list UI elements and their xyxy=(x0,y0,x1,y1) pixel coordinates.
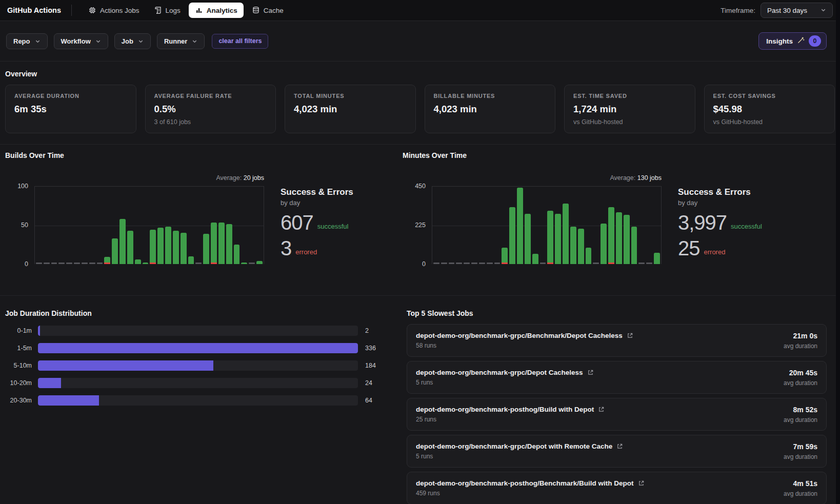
job-avg-label: avg duration xyxy=(784,453,817,460)
zero-day-dash xyxy=(464,263,470,264)
job-row[interactable]: depot-demo-org/benchmark-grpc/Benchmark/… xyxy=(407,324,827,357)
builds-y-axis: 100 50 0 xyxy=(5,186,34,264)
bar-day-14 xyxy=(135,259,141,264)
y-tick: 0 xyxy=(422,260,426,268)
bar-day-13 xyxy=(127,231,133,264)
external-link-icon[interactable] xyxy=(598,406,605,413)
bar-day-23 xyxy=(203,234,209,264)
external-link-icon[interactable] xyxy=(587,369,594,376)
bar-track xyxy=(38,360,358,371)
job-duration: 8m 52s xyxy=(784,406,817,414)
database-icon xyxy=(252,6,260,14)
zero-day-dash xyxy=(82,263,88,264)
insights-button[interactable]: Insights 0 xyxy=(758,32,827,50)
bar-chart-icon xyxy=(195,6,203,14)
distribution-title: Job Duration Distribution xyxy=(4,296,388,317)
bucket-count: 336 xyxy=(365,345,388,352)
job-duration: 21m 0s xyxy=(784,332,817,340)
repo-filter-dropdown[interactable]: Repo xyxy=(6,33,48,49)
stats-heading: Success & Errors xyxy=(281,187,398,197)
job-name-link[interactable]: depot-demo-org/benchmark-grpc/Benchmark/… xyxy=(416,332,623,339)
builds-over-time-panel: Builds Over Time Average: 20 jobs 100 50… xyxy=(0,145,397,295)
job-row[interactable]: depot-demo-org/benchmark-grpc/Depot Cach… xyxy=(407,361,827,394)
chevron-down-icon xyxy=(35,38,41,44)
clear-all-filters-button[interactable]: clear all filters xyxy=(212,34,268,49)
metric-card-est-cost-savings: EST. COST SAVINGS $45.98 vs GitHub-hoste… xyxy=(704,85,835,133)
average-value: 130 jobs xyxy=(637,174,662,182)
metric-value: 4,023 min xyxy=(294,104,407,115)
bar-day-2 xyxy=(44,263,50,264)
error-count: 3 xyxy=(281,238,291,258)
overview-title: Overview xyxy=(5,62,835,78)
external-link-icon[interactable] xyxy=(616,443,623,450)
chevron-down-icon xyxy=(95,38,101,44)
job-name-link[interactable]: depot-demo-org/benchmark-grpc/Depot Cach… xyxy=(416,369,583,376)
job-filter-dropdown[interactable]: Job xyxy=(114,33,151,49)
error-bar-segment xyxy=(104,263,110,264)
zero-day-dash xyxy=(593,263,599,264)
bar-day-8 xyxy=(487,263,493,264)
success-bar-segment xyxy=(631,227,637,264)
stats-subheading: by day xyxy=(678,199,796,207)
bucket-label: 1-5m xyxy=(4,345,32,352)
bar-day-11 xyxy=(112,238,118,264)
timeframe-select[interactable]: Past 30 days xyxy=(761,3,833,18)
tab-logs[interactable]: Logs xyxy=(148,3,187,18)
distribution-row: 20-30m 64 xyxy=(4,395,388,406)
bar-track xyxy=(38,326,358,336)
zero-day-dash xyxy=(195,263,202,264)
runner-filter-dropdown[interactable]: Runner xyxy=(157,33,205,49)
zero-day-dash xyxy=(89,263,95,264)
scrollbar[interactable] xyxy=(836,0,840,504)
bar-day-28 xyxy=(638,263,645,264)
job-name-link[interactable]: depot-demo-org/benchmark-posthog/Benchma… xyxy=(416,479,634,487)
bottom-section: Job Duration Distribution 0-1m 2 1-5m 33… xyxy=(0,296,840,504)
job-row[interactable]: depot-demo-org/benchmark-grpc/Depot with… xyxy=(407,435,827,468)
job-row[interactable]: depot-demo-org/benchmark-posthog/Benchma… xyxy=(407,472,827,504)
cpu-icon xyxy=(88,6,96,14)
insights-label: Insights xyxy=(766,37,793,45)
bucket-label: 0-1m xyxy=(4,327,32,334)
bar-day-20 xyxy=(578,229,584,264)
success-bar-segment xyxy=(150,230,156,263)
zero-day-dash xyxy=(479,263,485,264)
bar-fill xyxy=(38,360,213,371)
tab-analytics[interactable]: Analytics xyxy=(189,3,244,18)
external-link-icon[interactable] xyxy=(638,480,645,487)
job-runs: 25 runs xyxy=(416,416,605,423)
y-tick: 225 xyxy=(415,221,426,229)
zero-day-dash xyxy=(638,263,645,264)
job-name-link[interactable]: depot-demo-org/benchmark-posthog/Build w… xyxy=(416,406,594,413)
top-nav: GitHub Actions Actions Jobs Logs xyxy=(0,0,840,21)
job-name-link[interactable]: depot-demo-org/benchmark-grpc/Depot with… xyxy=(416,442,612,450)
distribution-row: 10-20m 24 xyxy=(4,378,388,388)
external-link-icon[interactable] xyxy=(627,332,633,339)
bar-day-19 xyxy=(173,231,179,264)
bar-fill xyxy=(38,343,358,353)
filter-bar: Repo Workflow Job Runner clear all filte… xyxy=(0,21,840,62)
bar-day-25 xyxy=(616,212,622,264)
metric-value: 4,023 min xyxy=(434,104,547,115)
bar-day-28 xyxy=(241,263,247,264)
job-filter-label: Job xyxy=(122,37,133,45)
success-bar-segment xyxy=(547,211,553,263)
success-bar-segment xyxy=(654,253,660,264)
zero-day-dash xyxy=(456,263,462,264)
metric-sub: 3 of 610 jobs xyxy=(154,118,267,126)
bar-day-4 xyxy=(58,263,65,264)
app-title: GitHub Actions xyxy=(7,6,61,14)
success-bar-segment xyxy=(570,227,576,264)
workflow-filter-dropdown[interactable]: Workflow xyxy=(54,33,108,49)
job-runs: 459 runs xyxy=(416,490,645,497)
tab-cache[interactable]: Cache xyxy=(246,3,290,18)
metric-label: BILLABLE MINUTES xyxy=(434,93,547,99)
job-avg-label: avg duration xyxy=(784,342,817,350)
bar-day-9 xyxy=(97,263,103,264)
bar-track xyxy=(38,395,358,406)
bar-day-29 xyxy=(249,263,255,264)
success-bar-segment xyxy=(616,212,622,264)
charts-section: Builds Over Time Average: 20 jobs 100 50… xyxy=(0,145,840,296)
metric-card-total-minutes: TOTAL MINUTES 4,023 min xyxy=(285,85,416,133)
job-row[interactable]: depot-demo-org/benchmark-posthog/Build w… xyxy=(407,398,827,431)
tab-actions-jobs[interactable]: Actions Jobs xyxy=(82,3,146,18)
